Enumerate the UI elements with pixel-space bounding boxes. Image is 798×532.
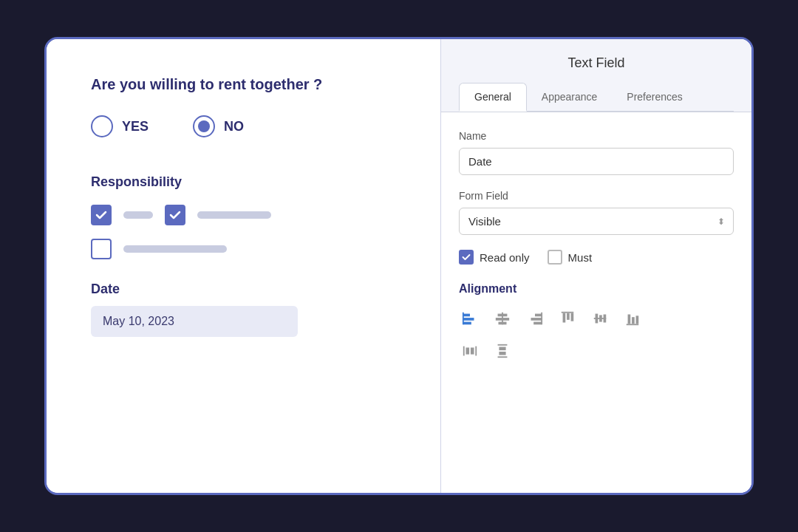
svg-rect-13 [567,313,570,320]
panel-content: Name Form Field Visible Hidden Required … [441,112,751,493]
right-header: Text Field General Appearance Preference… [441,39,751,112]
svg-rect-9 [531,318,542,321]
svg-rect-3 [463,313,464,325]
form-field-label: Form Field [459,190,734,202]
svg-rect-8 [535,314,542,317]
checkboxes-row: Read only Must [459,250,734,265]
alignment-row-2 [459,340,734,362]
svg-rect-24 [463,347,465,356]
alignment-title: Alignment [459,282,734,296]
svg-rect-31 [498,356,508,358]
svg-rect-23 [627,324,639,325]
svg-rect-30 [499,352,505,355]
checkbox-1[interactable] [91,205,112,225]
radio-no-label: NO [224,119,244,134]
alignment-section: Alignment [459,282,734,362]
read-only-label: Read only [480,251,530,264]
right-panel: Text Field General Appearance Preference… [441,39,751,493]
responsibility-title: Responsibility [91,174,403,190]
question-text: Are you willing to rent together ? [91,76,403,93]
distribute-h-button[interactable] [459,340,481,362]
svg-rect-14 [571,313,574,321]
tabs: General Appearance Preferences [459,83,734,112]
checkbox-3[interactable] [91,239,112,259]
checkbox-bar-1 [123,211,153,219]
form-field-group: Form Field Visible Hidden Required ⬍ [459,190,734,235]
left-panel: Are you willing to rent together ? YES N… [47,39,441,493]
svg-rect-15 [562,312,574,313]
radio-yes[interactable]: YES [91,115,149,137]
name-input[interactable] [459,148,734,175]
align-center-h-button[interactable] [491,307,514,330]
distribute-v-button[interactable] [491,340,514,362]
tab-preferences[interactable]: Preferences [612,83,697,111]
date-input[interactable] [91,306,298,337]
checkbox-bar-2 [197,211,271,219]
svg-rect-12 [563,313,566,323]
must-label: Must [568,251,593,264]
align-bottom-button[interactable] [621,307,644,330]
read-only-checkbox[interactable]: Read only [459,250,530,265]
read-only-check-box [459,250,474,265]
align-top-button[interactable] [556,307,579,330]
radio-yes-circle [91,115,113,137]
svg-rect-20 [628,315,631,324]
date-section: Date [91,282,403,337]
tab-appearance[interactable]: Appearance [527,83,613,111]
form-field-select[interactable]: Visible Hidden Required [459,208,734,235]
radio-yes-label: YES [122,119,149,134]
radio-group: YES NO [91,115,403,137]
name-label: Name [459,130,734,142]
tab-general[interactable]: General [459,83,527,112]
svg-rect-7 [502,313,503,325]
alignment-row-1 [459,307,734,330]
svg-rect-28 [498,344,508,346]
svg-rect-0 [463,314,470,317]
align-right-button[interactable] [524,307,546,330]
checkbox-group [91,205,403,259]
svg-rect-10 [533,322,542,325]
svg-rect-11 [541,313,542,325]
radio-no[interactable]: NO [193,115,244,137]
checkbox-2[interactable] [165,205,185,225]
svg-rect-29 [499,347,505,351]
svg-rect-1 [463,318,474,321]
svg-rect-22 [636,316,639,324]
panel-title: Text Field [459,55,734,71]
svg-rect-2 [463,322,471,325]
svg-rect-19 [594,318,607,319]
form-field-select-wrapper: Visible Hidden Required ⬍ [459,208,734,235]
main-container: Are you willing to rent together ? YES N… [44,37,754,495]
align-middle-v-button[interactable] [589,307,611,330]
svg-rect-27 [475,347,477,356]
name-field-group: Name [459,130,734,175]
must-check-box [548,250,562,265]
checkbox-row-2 [91,239,403,259]
svg-rect-26 [471,347,474,354]
checkbox-bar-3 [123,245,227,253]
checkbox-row-1 [91,205,403,225]
must-checkbox[interactable]: Must [548,250,593,265]
radio-no-circle [193,115,215,137]
svg-rect-21 [632,317,635,324]
align-left-button[interactable] [459,307,481,330]
date-title: Date [91,282,403,297]
svg-rect-25 [466,347,470,354]
